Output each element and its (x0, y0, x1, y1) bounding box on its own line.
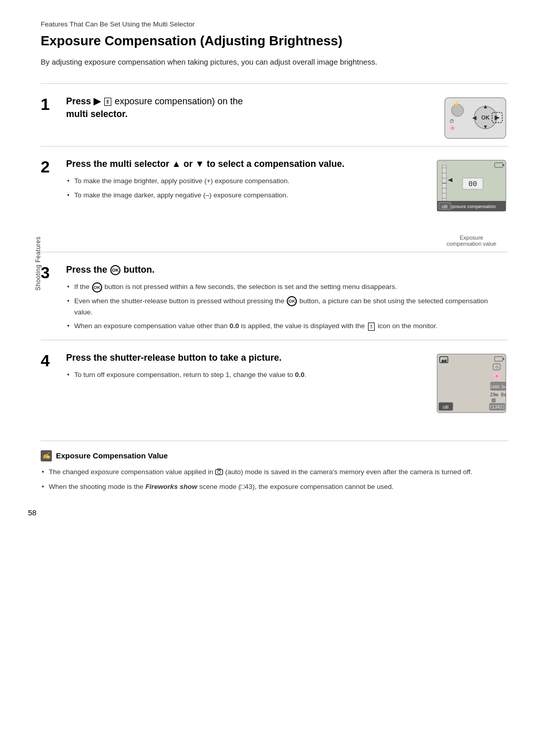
step-2-number: 2 (41, 159, 66, 175)
page-number: 58 (28, 508, 37, 517)
step-3-bullet-2: Even when the shutter-release button is … (66, 296, 498, 317)
svg-text:⚡: ⚡ (452, 100, 460, 108)
note-section: ✍ Exposure Compensation Value The change… (41, 441, 508, 492)
section-header: Features That Can Be Set Using the Multi… (41, 20, 508, 28)
svg-text:🌸: 🌸 (493, 372, 501, 380)
step-3-bullet-1: If the OK button is not pressed within a… (66, 281, 498, 293)
step-2-bullet-2: To make the image darker, apply negative… (66, 190, 424, 201)
step-1-camera-svg: OK ▶ ▲ ▼ ◀ ⚡ ⏱ 🌸 (442, 95, 508, 141)
step-3: 3 Press the OK button. If the OK button … (41, 252, 508, 340)
step-4-content: Press the shutter-release button to take… (66, 352, 435, 384)
step-1-number: 1 (41, 96, 66, 112)
exposure-comp-icon: ± (104, 98, 111, 106)
step-2-image-label: Exposurecompensation value (447, 235, 497, 247)
step-3-bullet-3: When an exposure compensation value othe… (66, 321, 498, 332)
svg-point-47 (218, 471, 221, 474)
ok-inline-1: OK (92, 282, 102, 293)
note-title-row: ✍ Exposure Compensation Value (41, 450, 508, 461)
svg-text:±⊞: ±⊞ (443, 404, 449, 410)
step-3-number: 3 (41, 265, 66, 281)
ok-circle-icon: OK (110, 265, 120, 275)
svg-text:▲: ▲ (483, 103, 489, 109)
note-bullet-1: The changed exposure compensation value … (41, 467, 508, 478)
step-4-bullets: To turn off exposure compensation, retur… (66, 369, 424, 381)
step-2-content: Press the multi selector ▲ or ▼ to selec… (66, 158, 435, 203)
intro-paragraph: By adjusting exposure compensation when … (41, 56, 386, 68)
page-title: Exposure Compensation (Adjusting Brightn… (41, 33, 508, 49)
svg-text:1080 8n: 1080 8n (490, 385, 506, 389)
step-2-image: 00 Exposure compensation ±⊞ Exposurecomp… (435, 158, 508, 247)
step-3-title: Press the OK button. (66, 264, 498, 276)
step-1-image: OK ▶ ▲ ▼ ◀ ⚡ ⏱ 🌸 (442, 95, 508, 141)
note-bullets: The changed exposure compensation value … (41, 467, 508, 492)
svg-rect-41 (492, 398, 496, 402)
exp-comp-inline-icon: ± (368, 323, 375, 331)
step-2-lcd-svg: 00 Exposure compensation ±⊞ (435, 158, 508, 231)
step-1-title: Press ▶ ± exposure compensation) on the … (66, 95, 432, 121)
svg-text:🌸: 🌸 (449, 125, 456, 131)
svg-text:Exposure compensation: Exposure compensation (447, 204, 496, 209)
step-2-bullets: To make the image brighter, apply positi… (66, 176, 424, 200)
step-1-content: Press ▶ ± exposure compensation) on the … (66, 95, 442, 126)
step-3-content: Press the OK button. If the OK button is… (66, 264, 508, 335)
svg-text:📷: 📷 (441, 357, 447, 363)
step-1: 1 Press ▶ ± exposure compensation) on th… (41, 83, 508, 146)
step-4-title: Press the shutter-release button to take… (66, 352, 424, 364)
ok-inline-2: OK (287, 296, 297, 306)
svg-text:⏱: ⏱ (449, 119, 454, 124)
step-4-lcd-svg: 📷 ⊙ 🌸 1080 8n 29m 0s [1342] (435, 352, 508, 425)
step-2-title: Press the multi selector ▲ or ▼ to selec… (66, 158, 424, 170)
svg-rect-34 (503, 358, 504, 360)
step-2-bullet-1: To make the image brighter, apply positi… (66, 176, 424, 187)
svg-text:OK: OK (481, 114, 490, 121)
step-2: 2 Press the multi selector ▲ or ▼ to sel… (41, 146, 508, 252)
step-4: 4 Press the shutter-release button to ta… (41, 340, 508, 430)
svg-text:[1342]: [1342] (490, 404, 505, 410)
svg-text:▶: ▶ (495, 113, 500, 121)
note-title: Exposure Compensation Value (56, 451, 168, 460)
note-bullet-2: When the shooting mode is the Fireworks … (41, 481, 508, 492)
fireworks-show-text: Fireworks show (145, 483, 197, 490)
step-4-bullet-1: To turn off exposure compensation, retur… (66, 369, 424, 381)
step-4-image: 📷 ⊙ 🌸 1080 8n 29m 0s [1342] (435, 352, 508, 425)
step-3-bullets: If the OK button is not pressed within a… (66, 281, 498, 331)
note-pencil-icon: ✍ (41, 450, 52, 461)
svg-text:◀: ◀ (472, 114, 477, 121)
svg-text:00: 00 (469, 180, 477, 188)
step-4-number: 4 (41, 353, 66, 369)
svg-text:▼: ▼ (483, 124, 489, 130)
svg-text:⊙: ⊙ (495, 365, 499, 369)
sidebar-label: Shooting Features (35, 237, 42, 291)
svg-text:±⊞: ±⊞ (442, 204, 448, 209)
svg-rect-14 (503, 164, 504, 166)
svg-text:29m 0s: 29m 0s (490, 392, 507, 397)
